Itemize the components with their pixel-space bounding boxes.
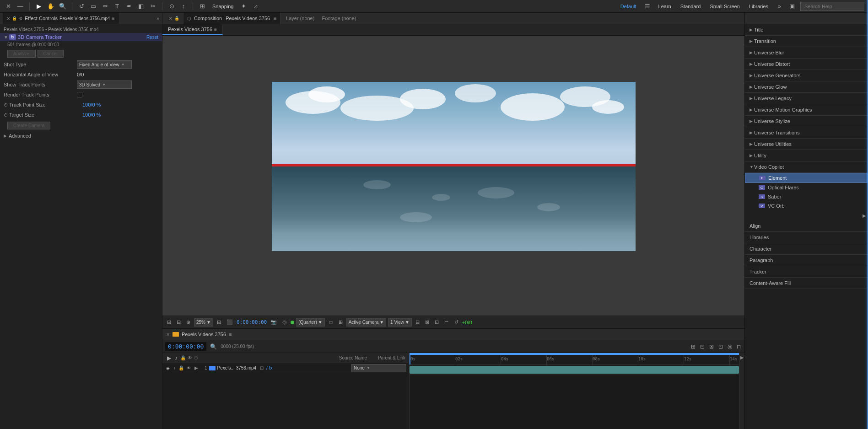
rp-universe-glow[interactable]: ▶ Universe Glow xyxy=(745,81,868,93)
analyze-button[interactable]: Analyze xyxy=(7,50,36,58)
mask-icon[interactable]: ⊕ xyxy=(184,318,192,326)
reset-button[interactable]: Reset xyxy=(146,35,158,40)
layer-tab[interactable]: Layer (none) xyxy=(286,16,314,21)
quality-dropdown[interactable]: (Quarter) ▼ xyxy=(296,318,324,327)
orbit-tool[interactable]: ↕ xyxy=(179,2,188,11)
tl-tool-2[interactable]: ⊟ xyxy=(699,343,706,351)
close-btn[interactable]: ✕ xyxy=(4,2,13,11)
camera-snap-icon[interactable]: 📷 xyxy=(269,318,279,326)
comp-tab-menu[interactable]: ≡ xyxy=(274,16,276,21)
comp-main-tab[interactable]: ⬡ Composition Pexels Videos 3756 ≡ xyxy=(183,13,280,24)
rp-universe-distort[interactable]: ▶ Universe Distort xyxy=(745,59,868,70)
track-row-1[interactable]: ◉ ♪ 🔒 👁 ▶ 1 Pexels... 3756.mp4 ⊡ / fx No… xyxy=(162,363,409,373)
viewer-timecode[interactable]: 0:00:00:00 xyxy=(237,319,267,325)
rp-universe-stylize[interactable]: ▶ Universe Stylize xyxy=(745,116,868,127)
track-lock-icon[interactable]: 🔒 xyxy=(178,365,184,370)
track-time-icon[interactable]: ⊡ xyxy=(260,365,264,370)
viewer-tab[interactable]: Pexels Videos 3756 ≡ xyxy=(162,24,223,35)
rp-video-copilot[interactable]: ▼ Video Copilot xyxy=(745,161,868,173)
rp-transition[interactable]: ▶ Transition xyxy=(745,36,868,47)
zoom-dropdown[interactable]: 25% ▼ xyxy=(194,318,213,327)
workspace-standard[interactable]: Standard xyxy=(678,3,704,10)
hand-tool[interactable]: ✋ xyxy=(46,2,55,11)
search-icon[interactable]: 🔍 xyxy=(209,343,218,351)
camera-icon[interactable]: ⊙ xyxy=(167,2,176,11)
puppet-tool[interactable]: ✂ xyxy=(148,2,157,11)
align-icon[interactable]: ⊿ xyxy=(251,2,260,11)
rp-universe-blur[interactable]: ▶ Universe Blur xyxy=(745,47,868,59)
create-camera-button[interactable]: Create Camera xyxy=(7,122,50,129)
show-track-dropdown[interactable]: 3D Solved ▼ xyxy=(77,80,132,89)
panel-menu-icon[interactable]: ≡ xyxy=(112,16,114,21)
screen-icon[interactable]: ▣ xyxy=(787,2,797,11)
text-tool[interactable]: T xyxy=(113,2,122,11)
tl-video-icon[interactable]: ▶ xyxy=(166,354,172,362)
render-icon2[interactable]: ⊠ xyxy=(423,318,431,326)
tl-tool-4[interactable]: ⊡ xyxy=(717,343,724,351)
stamp-tool[interactable]: ◧ xyxy=(136,2,146,11)
solo-col-icon[interactable]: ☉ xyxy=(194,355,198,360)
pen-tool[interactable]: ✏ xyxy=(101,2,110,11)
tl-tool-5[interactable]: ◎ xyxy=(727,343,733,351)
rp-universe-mg[interactable]: ▶ Universe Motion Graphics xyxy=(745,104,868,116)
minimize-btn[interactable]: — xyxy=(16,2,25,11)
rp-element[interactable]: E Element xyxy=(745,173,868,183)
render-icon4[interactable]: ⊢ xyxy=(442,318,451,326)
viewer-icon2[interactable]: ⊞ xyxy=(337,318,345,326)
snapping-icon[interactable]: ⊞ xyxy=(198,2,207,11)
search-input[interactable] xyxy=(800,2,864,11)
tl-tool-1[interactable]: ⊞ xyxy=(690,343,696,351)
workspace-menu[interactable]: ☰ xyxy=(643,2,652,11)
viewer-icon1[interactable]: ▭ xyxy=(327,318,335,326)
rect-tool[interactable]: ▭ xyxy=(89,2,98,11)
rp-vc-orb[interactable]: V VC Orb xyxy=(745,201,868,210)
camera-dropdown[interactable]: Active Camera ▼ xyxy=(346,318,386,327)
timeline-timecode[interactable]: 0:00:00:00 xyxy=(165,342,206,351)
workspace-learn[interactable]: Learn xyxy=(656,3,674,10)
comp-close-icon[interactable]: ✕ xyxy=(169,16,173,21)
rp-character[interactable]: Character xyxy=(745,243,868,255)
rp-tracker[interactable]: Tracker xyxy=(745,266,868,278)
fit-icon[interactable]: ⊞ xyxy=(215,318,223,326)
advanced-section[interactable]: ▶ Advanced xyxy=(0,131,162,140)
tl-tool-6[interactable]: ⊓ xyxy=(736,343,742,351)
close-icon[interactable]: ✕ xyxy=(6,16,10,21)
rp-title[interactable]: ▶ Title xyxy=(745,24,868,36)
track-name[interactable]: Pexels... 3756.mp4 xyxy=(217,365,257,370)
grid-icon[interactable]: ⊟ xyxy=(175,318,183,326)
select-tool[interactable]: ▶ xyxy=(34,2,43,11)
rp-universe-legacy[interactable]: ▶ Universe Legacy xyxy=(745,93,868,104)
timeline-menu-icon[interactable]: ≡ xyxy=(229,332,232,337)
rp-universe-generators[interactable]: ▶ Universe Generators xyxy=(745,70,868,81)
workspace-more[interactable]: » xyxy=(775,2,784,11)
effect-name-row[interactable]: ▼ fx 3D Camera Tracker Reset xyxy=(0,33,162,41)
track-audio-icon[interactable]: ♪ xyxy=(173,365,177,371)
track-fx-label[interactable]: / fx xyxy=(266,365,272,370)
brush-tool[interactable]: ✒ xyxy=(124,2,134,11)
magnet-icon[interactable]: ✦ xyxy=(239,2,248,11)
track-expand-icon[interactable]: ▶ xyxy=(194,365,199,371)
render-icon1[interactable]: ⊟ xyxy=(414,318,421,326)
rp-content-aware-fill[interactable]: Content-Aware Fill xyxy=(745,278,868,289)
timeline-scroll-icon[interactable]: ▶ xyxy=(740,355,744,360)
workspace-small[interactable]: Small Screen xyxy=(707,3,742,10)
track-visible-icon[interactable]: 👁 xyxy=(186,365,192,371)
viewer-tab-menu[interactable]: ≡ xyxy=(214,27,217,32)
rp-optical-flares[interactable]: O Optical Flares xyxy=(745,183,868,192)
video-clip[interactable] xyxy=(410,366,739,374)
rp-align[interactable]: Align xyxy=(745,220,868,232)
safe-icon[interactable]: ⬛ xyxy=(225,318,235,326)
render-track-checkbox[interactable] xyxy=(77,92,82,97)
snapping-label[interactable]: Snapping xyxy=(210,3,237,10)
parent-dropdown[interactable]: None ▼ xyxy=(351,364,406,372)
footage-tab[interactable]: Footage (none) xyxy=(322,16,356,21)
expand-icon[interactable]: » xyxy=(156,16,159,21)
track-point-size-value[interactable]: 100/0 % xyxy=(82,102,101,107)
snap-icon[interactable]: ⊞ xyxy=(165,318,173,326)
effect-controls-tab[interactable]: ✕ 🔒 ⚙ Effect Controls Pexels Videos 3756… xyxy=(3,13,119,24)
rp-universe-transitions[interactable]: ▶ Universe Transitions xyxy=(745,127,868,139)
workspace-default[interactable]: Default xyxy=(618,3,639,10)
track-solo-icon[interactable]: ◉ xyxy=(165,365,171,371)
lock-col-icon[interactable]: 🔒 xyxy=(180,355,186,360)
visible-col-icon[interactable]: 👁 xyxy=(188,355,192,360)
